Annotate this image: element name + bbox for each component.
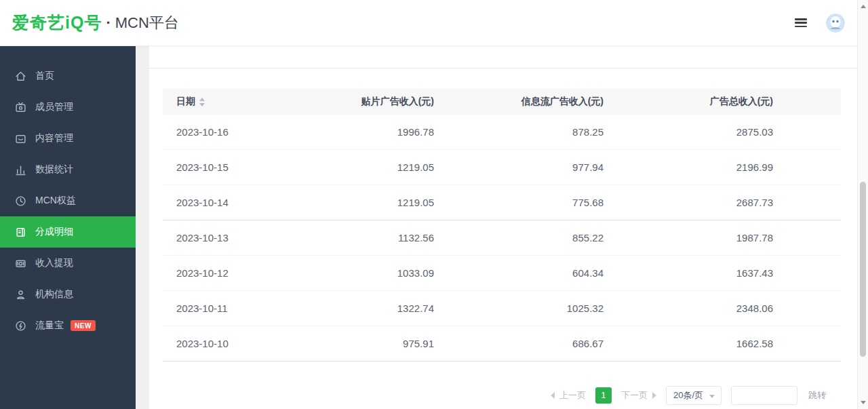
- sidebar-item-members[interactable]: 成员管理: [0, 92, 136, 123]
- bar-chart-icon: [15, 164, 26, 176]
- ledger-icon: [15, 227, 26, 238]
- next-page-button[interactable]: 下一页: [621, 389, 656, 402]
- caret-right-icon: [652, 392, 656, 399]
- date-cell: 2023-10-12: [163, 267, 264, 279]
- app-logo[interactable]: 爱奇艺iQ号 · MCN平台: [12, 12, 179, 34]
- page: 爱奇艺iQ号 · MCN平台 首页成员管理内容管理数据统计MCN权益分成明细收入…: [0, 0, 868, 409]
- revenue-cell: 977.94: [434, 161, 604, 173]
- scroll-up-icon[interactable]: [861, 5, 866, 8]
- revenue-cell: 1322.74: [264, 303, 434, 314]
- compass-icon: [15, 320, 26, 332]
- table-row: 2023-10-141219.05775.682687.73: [163, 185, 841, 220]
- page-number-1[interactable]: 1: [595, 387, 612, 404]
- table-row: 2023-10-121033.09604.341637.43: [163, 256, 841, 291]
- revenue-cell: 604.34: [434, 267, 604, 279]
- revenue-cell: 1219.05: [264, 197, 434, 208]
- chevron-down-icon: [709, 395, 715, 398]
- user-avatar[interactable]: [826, 14, 845, 33]
- header-actions: [795, 14, 845, 33]
- revenue-cell: 2875.03: [604, 126, 773, 138]
- revenue-cell: 1132.56: [264, 232, 434, 244]
- clock-icon: [15, 195, 26, 207]
- date-cell: 2023-10-10: [163, 338, 264, 349]
- revenue-cell: 2348.06: [604, 303, 773, 314]
- page-size-select[interactable]: 20条/页: [666, 386, 722, 405]
- column-header-date[interactable]: 日期: [163, 96, 264, 108]
- prev-page-button[interactable]: 上一页: [551, 389, 586, 402]
- avatar-mascot-icon: [826, 14, 845, 33]
- sidebar-item-content[interactable]: 内容管理: [0, 123, 136, 154]
- revenue-table: 日期 贴片广告收入(元) 信息流广告收入(元) 广告总收入(元) 2023-10…: [163, 89, 841, 362]
- sidebar-item-label: 成员管理: [35, 101, 73, 113]
- table-row: 2023-10-161996.78878.252875.03: [163, 115, 841, 150]
- home-icon: [15, 71, 26, 82]
- vertical-scrollbar[interactable]: [857, 0, 868, 409]
- content-icon: [15, 133, 26, 144]
- revenue-cell: 1662.58: [604, 338, 773, 349]
- sidebar-nav: 首页成员管理内容管理数据统计MCN权益分成明细收入提现机构信息流量宝NEW: [0, 46, 136, 341]
- sidebar-item-label: 机构信息: [35, 288, 73, 300]
- table-row: 2023-10-151219.05977.942196.99: [163, 150, 841, 185]
- revenue-cell: 2687.73: [604, 197, 773, 208]
- logo-primary-text: 爱奇艺iQ号: [12, 12, 102, 34]
- members-icon: [15, 102, 26, 113]
- jump-label: 跳转: [808, 389, 826, 402]
- date-cell: 2023-10-15: [163, 161, 264, 173]
- date-cell: 2023-10-16: [163, 126, 264, 138]
- logo-secondary-text: MCN平台: [115, 13, 179, 33]
- revenue-cell: 1996.78: [264, 126, 434, 138]
- logo-separator: ·: [106, 14, 111, 32]
- content-panel: 日期 贴片广告收入(元) 信息流广告收入(元) 广告总收入(元) 2023-10…: [149, 68, 857, 409]
- revenue-cell: 686.67: [434, 338, 604, 349]
- menu-icon[interactable]: [795, 18, 807, 27]
- sidebar-item-label: 收入提现: [35, 257, 73, 269]
- prev-page-label: 上一页: [559, 389, 586, 402]
- content-gutter: [136, 46, 149, 409]
- next-page-label: 下一页: [621, 389, 648, 402]
- section-divider: [149, 68, 857, 69]
- date-cell: 2023-10-14: [163, 197, 264, 208]
- sidebar-item-stats[interactable]: 数据统计: [0, 154, 136, 185]
- sidebar: 首页成员管理内容管理数据统计MCN权益分成明细收入提现机构信息流量宝NEW: [0, 46, 136, 409]
- table-row: 2023-10-131132.56855.221987.78: [163, 220, 841, 256]
- jump-page-input[interactable]: [731, 386, 797, 405]
- banknote-icon: [15, 258, 26, 269]
- sidebar-item-label: 内容管理: [35, 132, 73, 144]
- revenue-cell: 878.25: [434, 126, 604, 138]
- sidebar-item-label: 首页: [35, 70, 54, 82]
- sidebar-item-withdraw[interactable]: 收入提现: [0, 248, 136, 279]
- revenue-cell: 975.91: [264, 338, 434, 349]
- column-header-label: 日期: [176, 96, 195, 108]
- pagination: 上一页 1 下一页 20条/页 跳转: [149, 386, 857, 405]
- sidebar-item-label: MCN权益: [35, 195, 76, 207]
- scrollbar-thumb[interactable]: [860, 182, 866, 357]
- sidebar-item-share-detail[interactable]: 分成明细: [0, 216, 136, 248]
- table-row: 2023-10-10975.91686.671662.58: [163, 326, 841, 362]
- revenue-cell: 775.68: [434, 197, 604, 208]
- sidebar-item-mcn-rights[interactable]: MCN权益: [0, 185, 136, 216]
- column-header-total-revenue: 广告总收入(元): [604, 96, 773, 108]
- caret-left-icon: [551, 392, 555, 399]
- sidebar-item-label: 分成明细: [35, 226, 73, 238]
- table-row: 2023-10-111322.741025.322348.06: [163, 291, 841, 326]
- main-content: 日期 贴片广告收入(元) 信息流广告收入(元) 广告总收入(元) 2023-10…: [136, 46, 857, 409]
- column-header-feed-revenue: 信息流广告收入(元): [434, 96, 604, 108]
- date-cell: 2023-10-11: [163, 303, 264, 314]
- top-header: 爱奇艺iQ号 · MCN平台: [0, 0, 868, 46]
- sidebar-item-label: 流量宝: [35, 319, 64, 332]
- sidebar-item-home[interactable]: 首页: [0, 60, 136, 92]
- revenue-cell: 1033.09: [264, 267, 434, 279]
- scroll-down-icon[interactable]: [861, 401, 866, 404]
- table-body: 2023-10-161996.78878.252875.032023-10-15…: [163, 115, 841, 362]
- table-header-row: 日期 贴片广告收入(元) 信息流广告收入(元) 广告总收入(元): [163, 89, 841, 115]
- new-badge: NEW: [71, 320, 96, 331]
- page-size-value: 20条/页: [673, 390, 703, 400]
- sidebar-item-traffic[interactable]: 流量宝NEW: [0, 310, 136, 341]
- sidebar-item-label: 数据统计: [35, 163, 73, 176]
- revenue-cell: 855.22: [434, 232, 604, 244]
- sidebar-item-org-info[interactable]: 机构信息: [0, 279, 136, 310]
- sort-icon[interactable]: [199, 98, 205, 106]
- column-header-preroll-revenue: 贴片广告收入(元): [264, 96, 434, 108]
- revenue-cell: 1637.43: [604, 267, 773, 279]
- revenue-cell: 1987.78: [604, 232, 773, 244]
